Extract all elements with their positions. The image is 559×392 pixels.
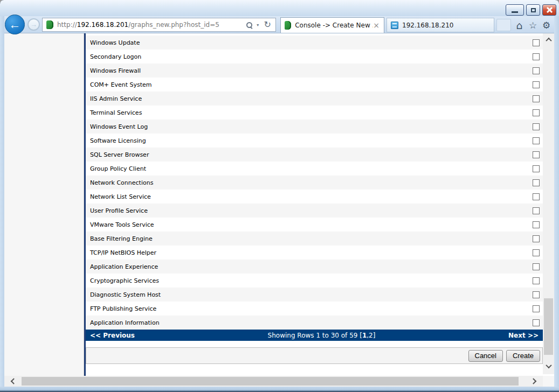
next-link[interactable]: Next >>: [508, 332, 543, 339]
close-button[interactable]: [542, 4, 556, 16]
service-checkbox[interactable]: [533, 207, 540, 214]
command-bar: ⌂ ☆ ⚙: [513, 18, 553, 32]
service-checkbox[interactable]: [533, 319, 540, 326]
service-checkbox[interactable]: [533, 165, 540, 172]
service-name: Network List Service: [86, 193, 151, 200]
tab-close-icon[interactable]: ×: [373, 22, 379, 29]
create-button[interactable]: Create: [506, 350, 540, 362]
service-checkbox[interactable]: [533, 305, 540, 312]
tab-192-168-18-210[interactable]: 192.168.18.210: [387, 18, 494, 32]
service-name: SQL Server Browser: [86, 151, 149, 158]
service-name: Diagnostic System Host: [86, 291, 161, 298]
service-checkbox[interactable]: [533, 277, 540, 284]
service-row: FTP Publishing Service: [86, 302, 543, 316]
cancel-button[interactable]: Cancel: [468, 350, 503, 362]
service-checkbox[interactable]: [533, 235, 540, 242]
service-row: Application Information: [86, 316, 543, 330]
scroll-left-button[interactable]: [4, 376, 22, 387]
back-arrow-icon: ←: [9, 19, 21, 31]
console-sidebar: [4, 33, 84, 376]
service-checkbox[interactable]: [533, 123, 540, 130]
star-icon: ☆: [529, 20, 537, 31]
service-checkbox[interactable]: [533, 179, 540, 186]
service-row: VMware Tools Service: [86, 218, 543, 232]
service-checkbox[interactable]: [533, 109, 540, 116]
maximize-button[interactable]: [526, 4, 540, 16]
page-2-link[interactable]: 2: [369, 332, 373, 339]
address-bar[interactable]: http://192.168.18.201/graphs_new.php?hos…: [42, 18, 276, 32]
scroll-up-button[interactable]: [543, 34, 554, 45]
service-name: Group Policy Client: [86, 165, 146, 172]
service-row: User Profile Service: [86, 204, 543, 218]
service-checkbox[interactable]: [533, 291, 540, 298]
service-row: TCP/IP NetBIOS Helper: [86, 246, 543, 260]
browser-window: ← → http://192.168.18.201/graphs_new.php…: [0, 0, 559, 392]
service-name: TCP/IP NetBIOS Helper: [86, 249, 156, 256]
service-name: Cryptographic Services: [86, 277, 159, 284]
service-checkbox[interactable]: [533, 39, 540, 46]
forward-button[interactable]: →: [27, 18, 40, 31]
service-row: Network List Service: [86, 190, 543, 204]
service-row: SQL Server Browser: [86, 148, 543, 162]
service-checkbox[interactable]: [533, 53, 540, 60]
minimize-icon: [512, 11, 518, 13]
previous-link[interactable]: << Previous: [86, 332, 135, 339]
service-row: Cryptographic Services: [86, 274, 543, 288]
gear-icon: ⚙: [542, 20, 550, 31]
service-row: Diagnostic System Host: [86, 288, 543, 302]
service-row: Group Policy Client: [86, 162, 543, 176]
horizontal-scrollbar[interactable]: [4, 376, 543, 387]
scroll-right-button[interactable]: [526, 376, 543, 387]
service-row: Secondary Logon: [86, 50, 543, 64]
tab-label: 192.168.18.210: [402, 22, 453, 29]
maximize-icon: [531, 8, 536, 12]
tab-label: Console -> Create New ...: [295, 22, 373, 29]
favorites-button[interactable]: ☆: [526, 18, 540, 32]
home-button[interactable]: ⌂: [513, 18, 526, 32]
service-checkbox[interactable]: [533, 81, 540, 88]
chevron-up-icon: [546, 38, 551, 44]
service-checkbox[interactable]: [533, 221, 540, 228]
service-name: Application Information: [86, 319, 160, 326]
window-border-bottom: [0, 387, 559, 392]
refresh-icon[interactable]: ↻: [264, 20, 271, 29]
tab-favicon-remote: [391, 22, 398, 29]
back-button[interactable]: ←: [5, 15, 25, 34]
minimize-button[interactable]: [506, 4, 524, 16]
service-checkbox[interactable]: [533, 137, 540, 144]
site-favicon-cacti: [46, 20, 53, 29]
service-name: Windows Firewall: [86, 67, 141, 74]
service-name: IIS Admin Service: [86, 95, 142, 102]
pagination-bar: << Previous Showing Rows 1 to 30 of 59 […: [86, 330, 543, 341]
close-icon: [546, 7, 553, 13]
pagination-status: Showing Rows 1 to 30 of 59 [1,2]: [135, 332, 508, 339]
service-name: Base Filtering Engine: [86, 235, 153, 242]
service-name: VMware Tools Service: [86, 221, 154, 228]
service-checkbox[interactable]: [533, 263, 540, 270]
service-checkbox[interactable]: [533, 95, 540, 102]
service-name: Terminal Services: [86, 109, 142, 116]
tools-button[interactable]: ⚙: [540, 18, 553, 32]
service-checkbox[interactable]: [533, 193, 540, 200]
address-dropdown-icon[interactable]: ▼: [256, 23, 260, 27]
service-row: Network Connections: [86, 176, 543, 190]
chevron-down-icon: [546, 362, 551, 368]
search-icon[interactable]: [246, 22, 252, 27]
vertical-scrollbar[interactable]: [543, 33, 554, 374]
service-name: COM+ Event System: [86, 81, 152, 88]
service-row: Windows Firewall: [86, 64, 543, 78]
service-row: Base Filtering Engine: [86, 232, 543, 246]
new-tab-button[interactable]: [496, 19, 511, 31]
scroll-down-button[interactable]: [543, 361, 554, 372]
service-row: Windows Update: [86, 36, 543, 50]
service-checkbox[interactable]: [533, 151, 540, 158]
service-checkbox[interactable]: [533, 249, 540, 256]
service-checkbox[interactable]: [533, 67, 540, 74]
service-name: User Profile Service: [86, 207, 148, 214]
scrollbar-corner: [543, 376, 554, 387]
url-text: http://192.168.18.201/graphs_new.php?hos…: [57, 21, 219, 29]
vertical-scrollbar-thumb[interactable]: [544, 298, 553, 355]
tab-console-create-new[interactable]: Console -> Create New ... ×: [280, 17, 384, 33]
service-list: Windows Update Secondary Logon Windows F…: [86, 33, 543, 330]
horizontal-scrollbar-thumb[interactable]: [22, 377, 519, 386]
